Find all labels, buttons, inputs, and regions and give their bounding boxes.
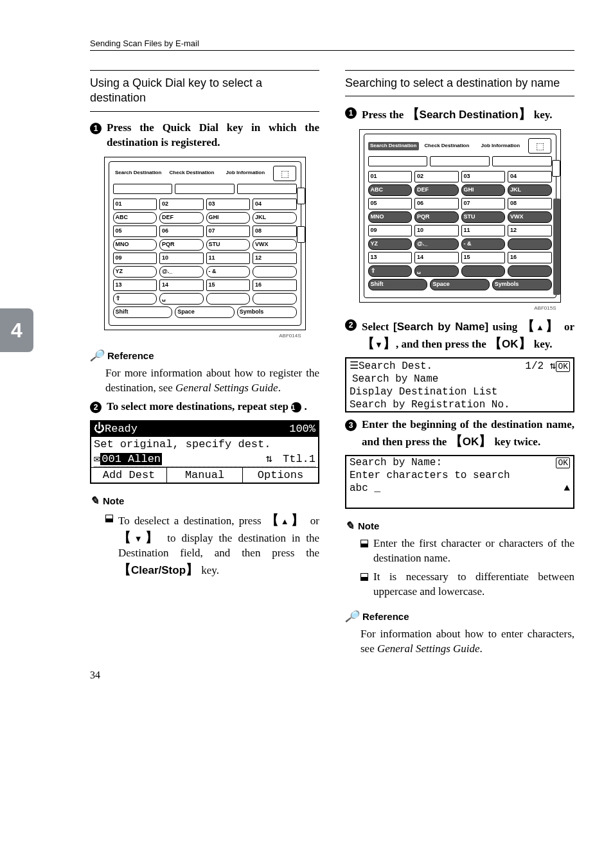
right-step-2: 2 Select [Search by Name] using 【▲】 or 【… (345, 317, 574, 352)
reference-icon: 🔎 (345, 610, 359, 623)
lcd-tab-manual[interactable]: Manual (167, 468, 243, 483)
running-header: Sending Scan Files by E-mail (90, 39, 574, 51)
left-step-2: 2 To select more destinations, repeat st… (90, 400, 319, 414)
reference-icon: 🔎 (90, 349, 103, 362)
page-number: 34 (90, 669, 574, 681)
right-column: Searching to select a destination by nam… (345, 70, 574, 657)
left-column: Using a Quick Dial key to select a desti… (90, 70, 319, 657)
bullet-icon (360, 573, 368, 581)
figure-code-right: ABF015S (364, 305, 556, 311)
reference-heading-right: 🔎 Reference (345, 610, 574, 623)
bullet-icon (105, 515, 113, 522)
right-step-2-text: Select [Search by Name] using 【▲】 or 【▼】… (362, 317, 574, 352)
quick-dial-keypad-figure: Search Destination Check Destination Job… (104, 157, 306, 330)
left-heading: Using a Quick Dial key to select a desti… (90, 70, 319, 112)
right-heading: Searching to select a destination by nam… (345, 70, 574, 96)
note-icon: ✎ (345, 519, 354, 533)
reference-heading: 🔎 Reference (90, 349, 319, 362)
lcd-ready-screen: ⏻Ready 100% Set original, specify dest. … (90, 420, 319, 484)
right-step-3-text: Enter the beginning of the destination n… (362, 418, 574, 450)
right-reference-body: For information about how to enter chara… (360, 627, 574, 657)
left-step-1-text: Press the Quick Dial key in which the de… (107, 121, 319, 150)
kp-label-search: Search Destination (113, 170, 164, 176)
bullet-icon (360, 540, 368, 547)
facsimile-icon: ⬚ (528, 138, 551, 154)
facsimile-icon: ⬚ (273, 166, 296, 181)
step-badge-1: 1 (90, 123, 102, 134)
right-step-1: 1 Press the 【Search Destination】 key. (345, 105, 574, 123)
figure-code: ABF014S (109, 333, 301, 339)
kp-label-check: Check Destination (166, 170, 217, 176)
note-icon: ✎ (90, 494, 99, 508)
lcd-search-by-name-screen: Search by Name: OK Enter characters to s… (345, 455, 574, 509)
note-heading-left: ✎ Note (90, 494, 319, 508)
step-badge-2: 2 (90, 402, 102, 413)
step-badge-1: 1 (345, 107, 357, 119)
left-step-1: 1 Press the Quick Dial key in which the … (90, 121, 319, 150)
chapter-tab: 4 (0, 308, 33, 352)
right-step-3: 3 Enter the beginning of the destination… (345, 418, 574, 450)
search-dest-keypad-figure: Search Destination Check Destination Job… (359, 129, 561, 303)
kp-label-job: Job Information (220, 170, 271, 176)
right-step-1-text: Press the 【Search Destination】 key. (362, 105, 553, 123)
note-heading-right: ✎ Note (345, 519, 574, 533)
left-note-text: To deselect a destination, press 【▲】 or … (118, 511, 319, 578)
step-badge-2: 2 (345, 319, 357, 331)
kp-label-search-active[interactable]: Search Destination (368, 142, 419, 150)
lcd-tab-add-dest[interactable]: Add Dest (91, 468, 167, 483)
reference-body: For more information about how to regist… (105, 366, 319, 396)
step-badge-3: 3 (345, 420, 357, 431)
right-note-1: Enter the first character or characters … (373, 536, 574, 566)
right-note-2: It is necessary to differentiate between… (373, 570, 574, 599)
lcd-tab-options[interactable]: Options (243, 468, 318, 483)
left-step-2-text: To select more destinations, repeat step… (107, 400, 307, 414)
lcd-search-dest-screen: ☰Search Dest. 1/2 ⇅OK Search by Name Dis… (345, 357, 574, 412)
